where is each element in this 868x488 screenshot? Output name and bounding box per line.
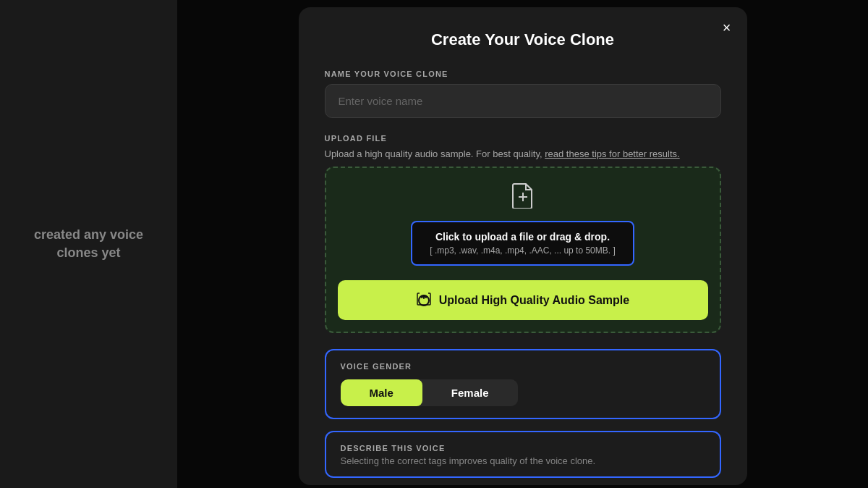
upload-label: UPLOAD FILE [325, 134, 721, 143]
dropzone-formats: [ .mp3, .wav, .m4a, .mp4, .AAC, ... up t… [430, 245, 616, 256]
gender-label: VOICE GENDER [341, 362, 705, 371]
upload-desc-text: Upload a high quality audio sample. For … [325, 148, 542, 159]
upload-dropzone[interactable]: Click to upload a file or drag & drop. [… [325, 167, 721, 333]
gender-female-button[interactable]: Female [422, 379, 518, 406]
left-panel-text: created any voice clones yet [14, 226, 163, 262]
upload-click-area[interactable]: Click to upload a file or drag & drop. [… [411, 221, 634, 266]
file-icon [511, 182, 535, 214]
upload-description: Upload a high quality audio sample. For … [325, 148, 721, 159]
describe-section: DESCRIBE THIS VOICE Selecting the correc… [325, 431, 721, 478]
voice-name-input[interactable] [325, 84, 721, 118]
voice-clone-modal: Create Your Voice Clone × NAME YOUR VOIC… [299, 7, 747, 485]
upload-icon [416, 290, 432, 310]
upload-btn-label: Upload High Quality Audio Sample [439, 294, 629, 307]
gender-male-button[interactable]: Male [341, 379, 422, 406]
left-panel: created any voice clones yet [0, 0, 177, 488]
modal-overlay: Create Your Voice Clone × NAME YOUR VOIC… [177, 0, 868, 488]
describe-subtitle: Selecting the correct tags improves qual… [341, 455, 705, 466]
gender-section: VOICE GENDER Male Female [325, 349, 721, 419]
upload-section: UPLOAD FILE Upload a high quality audio … [325, 134, 721, 333]
upload-button[interactable]: Upload High Quality Audio Sample [338, 280, 708, 320]
describe-label: DESCRIBE THIS VOICE [341, 444, 705, 453]
name-label: NAME YOUR VOICE CLONE [325, 70, 721, 78]
dropzone-title: Click to upload a file or drag & drop. [430, 231, 616, 243]
close-button[interactable]: × [723, 20, 731, 35]
modal-title: Create Your Voice Clone [325, 30, 721, 49]
upload-tips-link[interactable]: read these tips for better results. [545, 148, 679, 159]
gender-buttons: Male Female [341, 379, 518, 406]
